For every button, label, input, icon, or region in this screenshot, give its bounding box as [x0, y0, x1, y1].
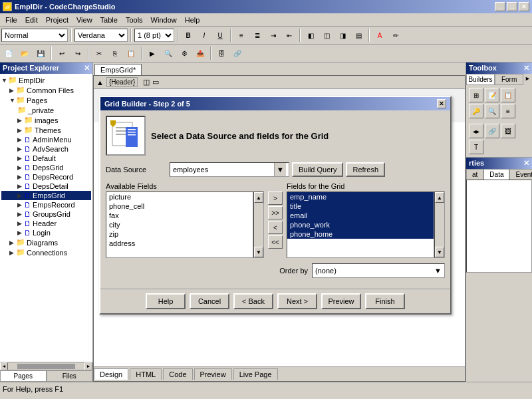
- menu-help[interactable]: Help: [181, 15, 204, 25]
- pe-tab-pages[interactable]: Pages: [0, 370, 47, 382]
- tb-new[interactable]: 📄: [1, 46, 16, 61]
- grid-fields-scrollbar[interactable]: ▲ ▼: [434, 192, 445, 258]
- scroll-up-btn[interactable]: ▲: [435, 192, 444, 203]
- menu-table[interactable]: Table: [96, 15, 122, 25]
- menu-tools[interactable]: Tools: [122, 15, 147, 25]
- toolbox-tab-form[interactable]: Form: [495, 74, 523, 85]
- transfer-one-left-button[interactable]: <: [268, 221, 283, 234]
- maximize-button[interactable]: □: [507, 2, 517, 11]
- tool-login[interactable]: 🔑: [469, 104, 483, 118]
- menu-window[interactable]: Window: [147, 15, 181, 25]
- tree-item-private[interactable]: 📁 _private: [1, 105, 91, 115]
- tb-open[interactable]: 📂: [17, 46, 32, 61]
- tree-item-pages[interactable]: ▼ 📁 Pages: [1, 95, 91, 105]
- close-button[interactable]: ✕: [519, 2, 529, 11]
- tree-item-common-files[interactable]: ▶ 📁 Common Files: [1, 85, 91, 95]
- field-item-city[interactable]: city: [106, 220, 253, 229]
- tree-item-empsgrid[interactable]: ▶ 🗋 EmpsGrid: [1, 191, 91, 200]
- align-justify-button[interactable]: ▤: [351, 28, 366, 43]
- align-left-button[interactable]: ◧: [303, 28, 318, 43]
- tree-item-login[interactable]: ▶ 🗋 Login: [1, 228, 91, 237]
- transfer-all-right-button[interactable]: >>: [268, 206, 283, 219]
- pe-tab-files[interactable]: Files: [47, 370, 93, 382]
- style-select[interactable]: Normal: [1, 29, 68, 42]
- tree-item-groupsgrid[interactable]: ▶ 🗋 GroupsGrid: [1, 209, 91, 219]
- help-button[interactable]: Help: [146, 293, 186, 309]
- header-scroll-up[interactable]: ▲: [96, 78, 104, 86]
- toolbox-scroll-right[interactable]: ►: [523, 74, 532, 85]
- grid-fields-list[interactable]: emp_name title email phone_work phone_ho…: [287, 192, 434, 258]
- cancel-button[interactable]: Cancel: [190, 293, 229, 309]
- outdent-button[interactable]: ⇤: [282, 28, 297, 43]
- tb-cut[interactable]: ✂: [92, 46, 106, 61]
- preview-button[interactable]: Preview: [321, 293, 361, 309]
- tree-item-advsearch[interactable]: ▶ 🗋 AdvSearch: [1, 144, 91, 154]
- field-item-address[interactable]: address: [106, 239, 253, 248]
- data-source-combo[interactable]: employees ▼: [170, 162, 289, 177]
- field-item-phone-cell[interactable]: phone_cell: [106, 201, 253, 211]
- tool-grid[interactable]: ⊞: [469, 88, 483, 102]
- color-button[interactable]: A: [372, 28, 387, 43]
- menu-view[interactable]: View: [72, 15, 96, 25]
- tool-menu[interactable]: ≡: [501, 104, 515, 118]
- size-select[interactable]: 1 (8 pt): [134, 29, 174, 42]
- tb-preview[interactable]: 🔍: [161, 46, 176, 61]
- tb-run[interactable]: ▶: [145, 46, 160, 61]
- tab-html[interactable]: HTML: [130, 368, 162, 380]
- align-right-button[interactable]: ◨: [335, 28, 350, 43]
- tb-save[interactable]: 💾: [33, 46, 48, 61]
- scroll-down-btn[interactable]: ▼: [435, 247, 444, 257]
- tree-item-depsrecord[interactable]: ▶ 🗋 DepsRecord: [1, 172, 91, 182]
- minimize-button[interactable]: _: [495, 2, 505, 11]
- tree-item-header[interactable]: ▶ 🗋 Header: [1, 219, 91, 228]
- tree-item-images[interactable]: ▶ 📁 images: [1, 115, 91, 125]
- available-fields-scrollbar[interactable]: ▲ ▼: [253, 192, 264, 258]
- tb-publish[interactable]: 📤: [193, 46, 207, 61]
- tb-undo[interactable]: ↩: [55, 46, 69, 61]
- tree-item-default[interactable]: ▶ 🗋 Default: [1, 154, 91, 163]
- tab-live-page[interactable]: Live Page: [233, 368, 278, 380]
- doc-tab-empsgrid[interactable]: EmpsGrid*: [94, 64, 142, 75]
- next-button[interactable]: Next >: [277, 293, 317, 309]
- grid-field-phone-work[interactable]: phone_work: [287, 220, 434, 229]
- tool-link[interactable]: 🔗: [485, 124, 499, 138]
- italic-button[interactable]: I: [197, 28, 211, 43]
- highlight-button[interactable]: ✏: [388, 28, 403, 43]
- indent-button[interactable]: ⇥: [266, 28, 281, 43]
- tool-search[interactable]: 🔍: [485, 104, 499, 118]
- scroll-left-btn[interactable]: ◄: [0, 362, 8, 370]
- prop-tab-data[interactable]: Data: [483, 169, 509, 180]
- tree-item-empsrecord[interactable]: ▶ 🗋 EmpsRecord: [1, 200, 91, 209]
- scroll-up-btn[interactable]: ▲: [254, 192, 263, 203]
- tab-code[interactable]: Code: [163, 368, 192, 380]
- font-select[interactable]: Verdana: [74, 29, 128, 42]
- tree-item-depsgrid[interactable]: ▶ 🗋 DepsGrid: [1, 163, 91, 172]
- tool-nav[interactable]: ◂▸: [469, 124, 483, 138]
- bold-button[interactable]: B: [181, 28, 196, 43]
- tree-item-empldir[interactable]: ▼ 📁 EmplDir: [1, 75, 91, 85]
- list-button[interactable]: ≡: [234, 28, 249, 43]
- tree-item-depsdetail[interactable]: ▶ 🗋 DepsDetail: [1, 182, 91, 191]
- grid-field-phone-home[interactable]: phone_home: [287, 229, 434, 239]
- align-center-button[interactable]: ◫: [319, 28, 334, 43]
- field-item-fax[interactable]: fax: [106, 211, 253, 220]
- build-query-button[interactable]: Build Query: [292, 162, 343, 177]
- tab-preview[interactable]: Preview: [194, 368, 232, 380]
- transfer-one-right-button[interactable]: >: [268, 192, 283, 205]
- tb-copy[interactable]: ⎘: [108, 46, 122, 61]
- underline-button[interactable]: U: [213, 28, 227, 43]
- tree-item-connections[interactable]: ▶ 📁 Connections: [1, 247, 91, 257]
- tb-link[interactable]: 🔗: [230, 46, 245, 61]
- tb-paste[interactable]: 📋: [124, 46, 138, 61]
- tree-item-themes[interactable]: ▶ 📁 Themes: [1, 125, 91, 135]
- tool-text[interactable]: T: [469, 140, 483, 154]
- menu-file[interactable]: File: [1, 15, 21, 25]
- transfer-all-left-button[interactable]: <<: [268, 235, 283, 249]
- scroll-right-btn[interactable]: ►: [84, 362, 92, 370]
- tb-redo[interactable]: ↪: [70, 46, 85, 61]
- tool-record[interactable]: 📋: [501, 88, 515, 102]
- menu-edit[interactable]: Edit: [21, 15, 42, 25]
- available-fields-list[interactable]: picture phone_cell fax city zip address: [106, 192, 253, 258]
- prop-tab-events[interactable]: Events: [509, 169, 532, 180]
- tree-item-adminmenu[interactable]: ▶ 🗋 AdminMenu: [1, 135, 91, 144]
